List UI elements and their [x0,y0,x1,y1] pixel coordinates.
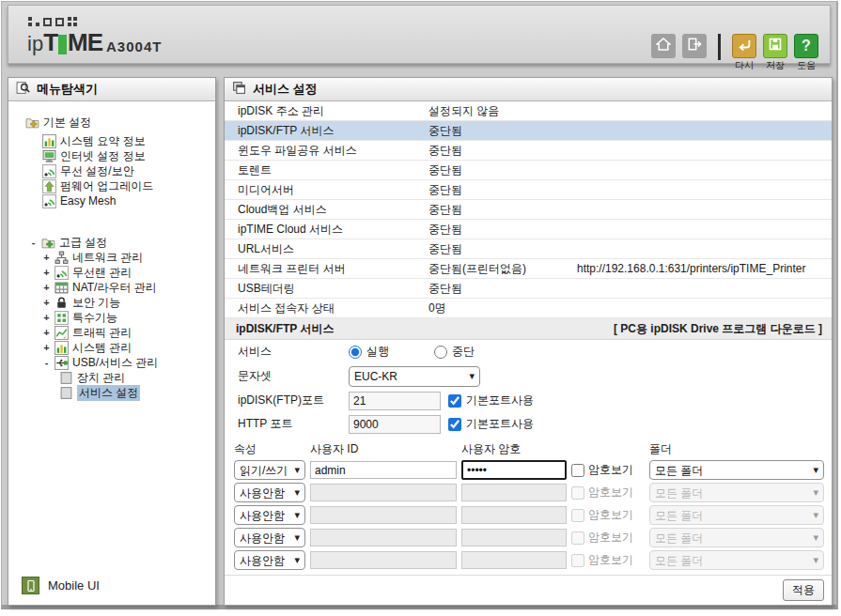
service-status: 중단됨(프린터없음) [428,261,577,277]
tree-expander[interactable]: + [42,297,51,308]
ftp-default-port-checkbox[interactable] [448,394,461,408]
service-row-windows-file-share[interactable]: 윈도우 파일공유 서비스 중단됨 [225,141,832,161]
wireless-icon [55,266,69,280]
tree-expander[interactable]: - [42,357,51,368]
tree-expander[interactable]: - [29,237,38,248]
folder-select[interactable]: 모든 폴더 [649,483,824,502]
service-row-network-printer[interactable]: 네트워크 프린터 서버 중단됨(프린터없음) http://192.168.0.… [225,259,832,279]
tree-expander[interactable]: + [42,342,51,353]
service-row-ipdisk-address[interactable]: ipDISK 주소 관리 설정되지 않음 [225,101,832,121]
user-password-input[interactable] [461,551,567,569]
sidebar-item-basic-settings[interactable]: 기본 설정 [18,115,215,130]
sidebar-item-easy-mesh[interactable]: Easy Mesh [18,193,215,208]
user-id-input[interactable] [310,461,457,479]
sidebar-item-advanced-settings[interactable]: - 고급 설정 [18,235,215,250]
sidebar-item-security-features[interactable]: + 보안 기능 [18,295,215,310]
tree-expander[interactable]: + [42,327,51,338]
tree-expander[interactable]: + [42,267,51,278]
user-attr-select[interactable]: 사용안함 [234,505,305,525]
user-id-input[interactable] [310,551,457,569]
service-row-connected-users[interactable]: 서비스 접속자 상태 0명 [225,299,832,318]
service-row-url-service[interactable]: URL서비스 중단됨 [225,239,832,259]
ipdisk-drive-download-link[interactable]: [ PC용 ipDISK Drive 프로그램 다운로드 ] [614,321,822,337]
menu-search-icon [16,81,30,98]
refresh-button[interactable] [732,34,756,58]
user-attr-select[interactable]: 읽기/쓰기 [234,460,305,480]
service-name: 네트워크 프린터 서버 [238,261,428,277]
stop-radio-label: 중단 [452,344,475,360]
user-password-input[interactable] [461,484,567,501]
user-id-input[interactable] [310,529,457,547]
user-attr-select[interactable]: 사용안함 [234,528,305,547]
sidebar-item-usb-service-management[interactable]: - USB/서비스 관리 [18,355,215,370]
folder-select[interactable]: 모든 폴더 [649,528,824,547]
sidebar-item-special-functions[interactable]: + 특수기능 [18,310,215,325]
sidebar-item-service-settings[interactable]: 서비스 설정 [18,385,215,400]
home-button[interactable] [651,34,676,58]
apply-button[interactable]: 적용 [783,579,824,601]
sidebar-item-internet-settings[interactable]: 인터넷 설정 정보 [18,148,215,163]
folder-plus-icon [41,236,55,250]
service-row-usb-tethering[interactable]: USB테더링 중단됨 [225,279,832,299]
sidebar-item-wlan-management[interactable]: + 무선랜 관리 [18,265,215,280]
show-password-label: 암호보기 [588,507,633,523]
show-password-checkbox[interactable] [571,509,584,522]
show-password-checkbox[interactable] [571,554,584,567]
tree-expander[interactable]: + [42,312,51,323]
folder-select[interactable]: 모든 폴더 [649,460,824,480]
folder-select[interactable]: 모든 폴더 [649,550,824,570]
service-row-iptime-cloud[interactable]: ipTIME Cloud 서비스 중단됨 [225,220,832,239]
user-attr-select[interactable]: 사용안함 [234,550,305,570]
show-password-checkbox[interactable] [571,486,584,500]
sidebar-item-nat-router-management[interactable]: + NAT/라우터 관리 [18,280,215,295]
sidebar-item-label: 무선 설정/보안 [60,163,134,179]
user-id-column-header: 사용자 ID [310,441,457,457]
mobile-ui-link[interactable]: Mobile UI [22,577,100,594]
user-id-input[interactable] [310,484,457,501]
sidebar-item-label: 트래픽 관리 [72,325,132,341]
iptime-dots-logo [28,14,77,26]
service-stop-radio[interactable] [434,346,447,359]
folder-select[interactable]: 모든 폴더 [649,505,824,525]
sidebar-item-wireless-security[interactable]: 무선 설정/보안 [18,163,215,178]
http-default-port-checkbox[interactable] [448,418,461,431]
show-password-label: 암호보기 [588,530,633,546]
user-password-input[interactable] [461,529,567,547]
brand-ip: ip [27,34,43,54]
tree-expander[interactable]: + [42,282,51,293]
service-name: 서비스 접속자 상태 [238,300,428,316]
service-row-torrent[interactable]: 토렌트 중단됨 [225,161,832,180]
sidebar-item-label: 시스템 관리 [72,340,132,356]
user-password-input[interactable] [461,460,567,480]
service-status-table: ipDISK 주소 관리 설정되지 않음 ipDISK/FTP 서비스 중단됨 … [225,101,832,318]
service-row-media-server[interactable]: 미디어서버 중단됨 [225,180,832,200]
sidebar-item-system-summary[interactable]: 시스템 요약 정보 [18,133,215,148]
service-run-radio[interactable] [349,346,362,359]
user-row: 사용안함 암호보기 모든 폴더 [234,549,832,571]
sidebar-item-system-management[interactable]: + 시스템 관리 [18,340,215,355]
service-status: 중단됨 [428,123,577,139]
http-port-input[interactable] [349,415,441,434]
lock-icon [55,296,69,310]
show-password-checkbox[interactable] [571,464,584,477]
user-password-input[interactable] [461,506,567,524]
user-table-header: 속성 사용자 ID 사용자 암호 폴더 [234,441,832,457]
sidebar-item-traffic-management[interactable]: + 트래픽 관리 [18,325,215,340]
sidebar-item-firmware-upgrade[interactable]: 펌웨어 업그레이드 [18,178,215,193]
sidebar-item-device-management[interactable]: 장치 관리 [18,370,215,385]
page-icon [59,371,73,385]
help-button[interactable]: ? [794,34,818,58]
tree-expander[interactable]: + [42,252,51,263]
ftp-port-input[interactable] [349,392,441,410]
main-panel-header: 서비스 설정 [225,78,832,101]
service-row-cloud-backup[interactable]: Cloud백업 서비스 중단됨 [225,200,832,220]
show-password-checkbox[interactable] [571,531,584,545]
save-button[interactable] [763,34,787,58]
service-row-ipdisk-ftp[interactable]: ipDISK/FTP 서비스 중단됨 [225,121,832,141]
sidebar-item-network-management[interactable]: + 네트워크 관리 [18,250,215,265]
folder-column-header: 폴더 [649,441,824,457]
logout-button[interactable] [682,34,707,58]
user-id-input[interactable] [310,506,457,524]
charset-select[interactable]: EUC-KR [349,366,480,387]
user-attr-select[interactable]: 사용안함 [234,483,305,502]
